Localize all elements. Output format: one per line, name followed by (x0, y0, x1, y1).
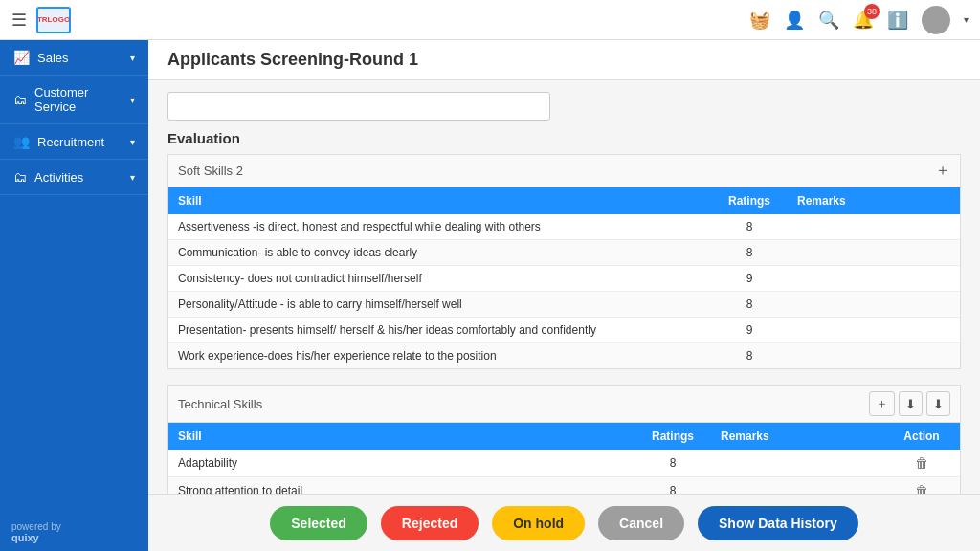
table-row: Assertiveness -is direct, honest and res… (168, 214, 960, 240)
tech-add-button[interactable]: ＋ (869, 391, 895, 416)
remarks-cell (711, 450, 883, 477)
technical-skills-header: Technical Skills ＋ ⬇ ⬇ (168, 386, 960, 423)
topnav: ☰ TRLOGO 🧺 👤 🔍 🔔 38 ℹ️ ▾ (0, 0, 980, 40)
remarks-cell (788, 214, 960, 240)
col-skill: Skill (168, 187, 711, 214)
skill-cell: Strong attention to detail (168, 477, 635, 495)
technical-skills-actions: ＋ ⬇ ⬇ (869, 391, 950, 416)
info-icon[interactable]: ℹ️ (887, 10, 908, 31)
skill-cell: Work experience-does his/her experience … (168, 343, 711, 369)
sales-arrow-icon: ▾ (130, 53, 135, 63)
selected-button[interactable]: Selected (270, 506, 368, 540)
skill-cell: Personality/Attitude - is able to carry … (168, 292, 711, 318)
soft-skills-label: Soft Skills 2 (178, 164, 243, 178)
avatar-chevron-icon[interactable]: ▾ (964, 14, 969, 25)
notification-badge: 38 (864, 4, 880, 19)
rating-cell: 8 (711, 292, 788, 318)
notifications-icon[interactable]: 🔔 38 (853, 10, 874, 31)
technical-skills-table: Skill Ratings Remarks Action Adaptabilit… (168, 423, 960, 494)
activities-icon: 🗂 (13, 169, 27, 185)
skill-cell: Consistency- does not contradict himself… (168, 266, 711, 292)
main-layout: 📈 Sales ▾ 🗂 Customer Service ▾ 👥 Recruit… (0, 40, 980, 551)
tech-download2-button[interactable]: ⬇ (926, 391, 950, 416)
skill-cell: Assertiveness -is direct, honest and res… (168, 214, 711, 240)
sidebar-item-label: Recruitment (37, 135, 122, 149)
sidebar-item-label: Customer Service (34, 85, 122, 114)
soft-skills-header-row: Skill Ratings Remarks (168, 187, 960, 214)
rating-cell: 8 (635, 477, 711, 495)
rating-cell: 8 (635, 450, 711, 477)
tech-header-row: Skill Ratings Remarks Action (168, 423, 960, 450)
table-row: Adaptability 8 🗑 (168, 450, 960, 477)
table-row: Presentation- presents himself/ herself … (168, 318, 960, 343)
remarks-cell (788, 266, 960, 292)
technical-skills-label: Technical Skills (178, 397, 262, 411)
logo: TRLOGO (36, 7, 71, 33)
table-row: Consistency- does not contradict himself… (168, 266, 960, 292)
delete-icon[interactable]: 🗑 (915, 455, 928, 471)
soft-skills-table: Skill Ratings Remarks Assertiveness -is … (168, 187, 960, 368)
sidebar-item-sales[interactable]: 📈 Sales ▾ (0, 40, 148, 76)
recruitment-arrow-icon: ▾ (130, 137, 135, 147)
bottom-toolbar: Selected Rejected On hold Cancel Show Da… (148, 494, 980, 551)
evaluation-title: Evaluation (167, 130, 961, 146)
users-icon[interactable]: 👤 (784, 10, 805, 31)
sidebar-item-label: Activities (34, 170, 122, 185)
content: Applicants Screening-Round 1 Evaluation … (148, 40, 980, 551)
powered-by-text: powered by (11, 521, 137, 532)
col-remarks: Remarks (788, 187, 960, 214)
tech-col-ratings: Ratings (635, 423, 711, 450)
soft-skills-add-button[interactable]: ＋ (935, 161, 950, 181)
action-cell: 🗑 (883, 477, 960, 495)
sidebar-footer: powered by quixy (0, 514, 148, 551)
tech-download1-button[interactable]: ⬇ (899, 391, 923, 416)
avatar[interactable] (922, 6, 950, 34)
remarks-cell (788, 292, 960, 318)
col-ratings: Ratings (711, 187, 788, 214)
topnav-icons: 🧺 👤 🔍 🔔 38 ℹ️ ▾ (749, 6, 969, 34)
skill-cell: Presentation- presents himself/ herself … (168, 318, 711, 343)
delete-icon[interactable]: 🗑 (915, 483, 928, 494)
tech-col-skill: Skill (168, 423, 635, 450)
content-body: Evaluation Soft Skills 2 ＋ Skill Ratings… (148, 80, 980, 494)
onhold-button[interactable]: On hold (492, 506, 585, 540)
remarks-cell (788, 318, 960, 343)
recruitment-icon: 👥 (13, 134, 30, 149)
page-title: Applicants Screening-Round 1 (148, 40, 980, 80)
remarks-cell (788, 343, 960, 369)
cancel-button[interactable]: Cancel (598, 506, 684, 540)
hamburger-icon[interactable]: ☰ (11, 10, 27, 31)
table-row: Personality/Attitude - is able to carry … (168, 292, 960, 318)
tech-col-action: Action (883, 423, 960, 450)
table-row: Strong attention to detail 8 🗑 (168, 477, 960, 495)
sidebar-item-customer-service[interactable]: 🗂 Customer Service ▾ (0, 76, 148, 124)
rating-cell: 8 (711, 240, 788, 266)
table-row: Communication- is able to convey ideas c… (168, 240, 960, 266)
top-input[interactable] (167, 92, 550, 121)
soft-skills-section: Soft Skills 2 ＋ Skill Ratings Remarks As… (167, 154, 961, 369)
soft-skills-body: Assertiveness -is direct, honest and res… (168, 214, 960, 368)
remarks-cell (788, 240, 960, 266)
sidebar-item-recruitment[interactable]: 👥 Recruitment ▾ (0, 124, 148, 160)
table-row: Work experience-does his/her experience … (168, 343, 960, 369)
tray-icon[interactable]: 🧺 (749, 10, 770, 31)
skill-cell: Communication- is able to convey ideas c… (168, 240, 711, 266)
tech-skills-body: Adaptability 8 🗑 Strong attention to det… (168, 450, 960, 494)
tech-col-remarks: Remarks (711, 423, 883, 450)
customer-service-icon: 🗂 (13, 92, 27, 107)
rating-cell: 8 (711, 214, 788, 240)
sales-icon: 📈 (13, 50, 30, 65)
rating-cell: 9 (711, 266, 788, 292)
show-data-history-button[interactable]: Show Data History (698, 506, 858, 540)
rejected-button[interactable]: Rejected (381, 506, 479, 540)
action-cell: 🗑 (883, 450, 960, 477)
search-icon[interactable]: 🔍 (818, 10, 839, 31)
rating-cell: 8 (711, 343, 788, 369)
logo-box: TRLOGO (36, 7, 71, 33)
technical-skills-section: Technical Skills ＋ ⬇ ⬇ Skill Ratings Rem… (167, 385, 961, 494)
sidebar-item-label: Sales (37, 51, 122, 65)
activities-arrow-icon: ▾ (130, 172, 135, 183)
quixy-brand: quixy (11, 532, 137, 543)
sidebar-item-activities[interactable]: 🗂 Activities ▾ (0, 160, 148, 195)
sidebar: 📈 Sales ▾ 🗂 Customer Service ▾ 👥 Recruit… (0, 40, 148, 551)
